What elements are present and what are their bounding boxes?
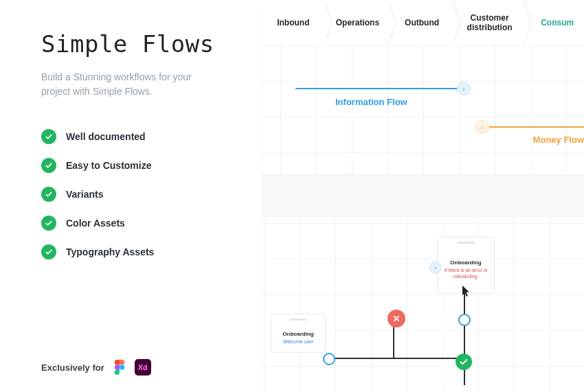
information-flow-line xyxy=(295,88,460,89)
drag-handle-icon[interactable] xyxy=(289,319,307,321)
money-flow-label: Money Flow xyxy=(533,135,584,145)
process-steps: Inbound Operations Outbund Customer dist… xyxy=(261,0,584,45)
feature-item: Easy to Customize xyxy=(41,158,238,173)
page-subtitle: Build a Stunning workflows for your proj… xyxy=(41,70,192,99)
step-customer-distribution[interactable]: Customer distribution xyxy=(454,0,525,45)
check-icon xyxy=(41,244,56,260)
flow-node[interactable] xyxy=(323,353,335,365)
xd-icon: Xd xyxy=(135,359,151,376)
exclusive-footer: Exclusively for Xd xyxy=(41,359,238,376)
feature-list: Well documented Easy to Customize Varian… xyxy=(41,129,238,273)
feature-item: Variants xyxy=(41,187,238,202)
step-operations[interactable]: Operations xyxy=(326,0,390,45)
feature-item: Well documented xyxy=(41,129,238,144)
flow-grid: Information Flow › Money Flow ‹ xyxy=(261,45,584,174)
drag-handle-icon[interactable] xyxy=(457,242,475,244)
chevron-right-icon[interactable]: › xyxy=(457,82,471,95)
flow-node[interactable] xyxy=(458,314,471,326)
card-title: Onboarding xyxy=(440,260,491,266)
check-icon xyxy=(41,129,56,144)
check-icon xyxy=(459,357,469,367)
page-title: Simple Flows xyxy=(41,30,238,58)
feature-label: Easy to Customize xyxy=(66,160,151,171)
feature-label: Well documented xyxy=(66,131,146,142)
step-inbound[interactable]: Inbound xyxy=(261,0,326,45)
connector-line xyxy=(335,358,464,359)
sidebar: Simple Flows Build a Stunning workflows … xyxy=(0,0,261,392)
svg-point-0 xyxy=(120,365,124,369)
page-root: Simple Flows Build a Stunning workflows … xyxy=(0,0,584,392)
check-icon xyxy=(41,158,56,173)
feature-item: Color Assets xyxy=(41,216,238,231)
check-icon xyxy=(41,216,56,231)
exclusive-label: Exclusively for xyxy=(41,362,104,373)
feature-item: Typography Assets xyxy=(41,244,238,260)
chevron-left-icon[interactable]: ‹ xyxy=(475,120,489,134)
figma-icon xyxy=(111,359,128,376)
step-consume[interactable]: Consum xyxy=(525,0,584,45)
chevron-right-icon[interactable]: › xyxy=(429,262,442,274)
check-icon xyxy=(41,187,56,202)
card-subtitle: If there is an error in onboarding. xyxy=(440,268,491,280)
bottom-panel: Onboarding Welcome user Onboarding If th… xyxy=(261,218,584,392)
success-node[interactable] xyxy=(456,354,472,370)
diagram-grid: Onboarding Welcome user Onboarding If th… xyxy=(261,218,584,392)
information-flow-label: Information Flow xyxy=(335,97,407,107)
error-node[interactable] xyxy=(388,310,405,327)
x-icon xyxy=(392,314,401,323)
onboarding-welcome-card[interactable]: Onboarding Welcome user xyxy=(271,314,326,353)
step-outbound[interactable]: Outbund xyxy=(390,0,454,45)
feature-label: Typography Assets xyxy=(66,246,154,257)
feature-label: Color Assets xyxy=(66,218,125,229)
canvas: Inbound Operations Outbund Customer dist… xyxy=(261,0,584,392)
feature-label: Variants xyxy=(66,189,103,200)
money-flow-line xyxy=(489,126,584,128)
top-panel: Inbound Operations Outbund Customer dist… xyxy=(261,0,584,174)
card-title: Onboarding xyxy=(274,331,322,337)
cursor-icon xyxy=(462,285,471,300)
card-subtitle: Welcome user xyxy=(274,339,322,345)
